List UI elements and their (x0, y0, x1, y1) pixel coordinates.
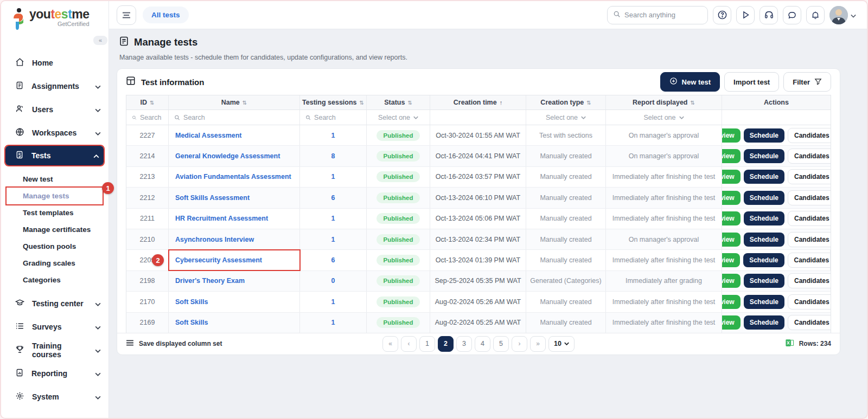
schedule-button[interactable]: Schedule (744, 149, 784, 163)
page-button-1[interactable]: 1 (419, 336, 435, 352)
sidebar-item-assignments[interactable]: Assignments (1, 74, 108, 98)
filter-report-select[interactable]: Select one (606, 110, 722, 125)
sidebar-subitem-manage-tests[interactable]: Manage tests (7, 188, 103, 204)
sidebar-collapse-button[interactable]: « (93, 36, 107, 45)
candidates-button[interactable]: Candidates (788, 169, 831, 184)
test-name-link[interactable]: HR Recruitment Assessment (175, 215, 268, 222)
sidebar-item-home[interactable]: Home (1, 51, 108, 74)
sessions-count-link[interactable]: 1 (331, 173, 335, 181)
sessions-count-link[interactable]: 6 (331, 194, 335, 202)
candidates-button[interactable]: Candidates (788, 211, 831, 226)
next-page-button[interactable]: › (512, 336, 527, 352)
sidebar-subitem-categories[interactable]: Categories (1, 272, 108, 288)
test-name-link[interactable]: Soft Skills (175, 319, 208, 326)
column-header-name[interactable]: Name⇅ (169, 95, 300, 109)
import-test-button[interactable]: Import test (724, 72, 779, 92)
sessions-count-link[interactable]: 6 (331, 256, 335, 264)
filter-creation-type-select[interactable]: Select one (526, 110, 606, 125)
schedule-button[interactable]: Schedule (744, 191, 784, 205)
preview-button[interactable]: Preview (722, 233, 741, 247)
test-name-link[interactable]: Soft Skills (175, 298, 208, 306)
schedule-button[interactable]: Schedule (744, 170, 784, 184)
test-name-link[interactable]: Soft Skills Assessment (175, 194, 250, 202)
preview-button[interactable]: Preview (722, 274, 741, 288)
column-header-creation-time[interactable]: Creation time↑ (430, 95, 526, 109)
excel-export-icon[interactable] (785, 338, 794, 349)
preview-button[interactable]: Preview (722, 315, 741, 330)
help-icon[interactable] (713, 6, 731, 24)
test-name-link[interactable]: General Knowledge Assessment (175, 152, 280, 160)
filter-status-select[interactable]: Select one (367, 110, 430, 125)
schedule-button[interactable]: Schedule (744, 274, 784, 288)
support-headset-icon[interactable] (760, 6, 778, 24)
filter-button[interactable]: Filter (783, 72, 831, 92)
candidates-button[interactable]: Candidates (788, 294, 831, 310)
preview-button[interactable]: Preview (722, 253, 740, 267)
column-header-creation-type[interactable]: Creation type⇅ (526, 95, 606, 109)
preview-button[interactable]: Preview (722, 128, 741, 143)
chat-icon[interactable] (783, 6, 801, 24)
filter-id-input[interactable] (140, 114, 163, 121)
sidebar-item-users[interactable]: Users (1, 98, 108, 121)
sidebar-subitem-question-pools[interactable]: Question pools (1, 238, 108, 255)
sidebar-item-system[interactable]: System (1, 385, 108, 408)
sidebar-subitem-manage-certificates[interactable]: Manage certificates (1, 221, 108, 238)
test-name-link[interactable]: Driver's Theory Exam (175, 277, 245, 285)
sidebar-item-testing-center[interactable]: Testing center (1, 292, 108, 315)
sessions-count-link[interactable]: 1 (331, 319, 335, 326)
sessions-count-link[interactable]: 1 (331, 132, 335, 139)
user-menu[interactable] (829, 6, 856, 24)
schedule-button[interactable]: Schedule (744, 211, 784, 225)
column-header-id[interactable]: ID⇅ (126, 95, 169, 109)
page-button-4[interactable]: 4 (475, 336, 490, 352)
preview-button[interactable]: Preview (722, 170, 741, 184)
sidebar-item-surveys[interactable]: Surveys (1, 315, 108, 338)
filter-sessions-input[interactable] (314, 114, 361, 121)
candidates-button[interactable]: Candidates (788, 190, 831, 205)
test-name-link[interactable]: Asynchronous Interview (175, 236, 254, 243)
tab-all-tests[interactable]: All tests (143, 7, 189, 23)
sessions-count-link[interactable]: 1 (331, 298, 335, 306)
new-test-button[interactable]: New test (660, 72, 720, 92)
sidebar-item-training-courses[interactable]: Training courses (1, 338, 108, 362)
sessions-count-link[interactable]: 1 (331, 215, 335, 222)
candidates-button[interactable]: Candidates (788, 253, 831, 268)
brand-logo[interactable]: youtestme GetCertified (1, 1, 108, 34)
notifications-bell-icon[interactable] (806, 6, 825, 24)
candidates-button[interactable]: Candidates (788, 273, 831, 288)
first-page-button[interactable]: « (382, 336, 398, 352)
column-header-report[interactable]: Report displayed⇅ (606, 95, 722, 109)
global-search-input[interactable] (624, 11, 702, 19)
page-button-3[interactable]: 3 (456, 336, 472, 352)
play-tour-icon[interactable] (736, 6, 755, 24)
candidates-button[interactable]: Candidates (788, 315, 831, 330)
hamburger-menu-icon[interactable] (117, 5, 136, 25)
preview-button[interactable]: Preview (722, 211, 741, 225)
sessions-count-link[interactable]: 8 (331, 152, 335, 160)
test-name-link[interactable]: Cybersecurity Assessment (175, 256, 262, 264)
preview-button[interactable]: Preview (722, 191, 741, 205)
column-header-sessions[interactable]: Testing sessions⇅ (300, 95, 367, 109)
filter-name-input[interactable] (183, 114, 294, 121)
sessions-count-link[interactable]: 1 (331, 236, 335, 243)
sidebar-item-workspaces[interactable]: Workspaces (1, 121, 108, 144)
preview-button[interactable]: Preview (722, 149, 741, 163)
sidebar-subitem-new-test[interactable]: New test (1, 171, 108, 188)
page-button-2-active[interactable]: 2 (438, 336, 454, 352)
schedule-button[interactable]: Schedule (744, 233, 784, 247)
prev-page-button[interactable]: ‹ (401, 336, 417, 352)
save-column-set-button[interactable]: Save displayed column set (126, 340, 222, 347)
test-name-link[interactable]: Medical Assessment (175, 132, 242, 139)
schedule-button[interactable]: Schedule (744, 128, 784, 143)
sidebar-item-reporting[interactable]: Reporting (1, 362, 108, 385)
sidebar-subitem-test-templates[interactable]: Test templates (1, 204, 108, 221)
test-name-link[interactable]: Aviation Fundamentals Assessment (175, 173, 291, 181)
sessions-count-link[interactable]: 0 (331, 277, 335, 285)
last-page-button[interactable]: » (530, 336, 546, 352)
schedule-button[interactable]: Schedule (744, 315, 784, 330)
page-size-select[interactable]: 10 (548, 336, 575, 352)
page-button-5[interactable]: 5 (493, 336, 509, 352)
column-header-status[interactable]: Status⇅ (367, 95, 430, 109)
preview-button[interactable]: Preview (722, 295, 741, 309)
schedule-button[interactable]: Schedule (744, 295, 784, 309)
